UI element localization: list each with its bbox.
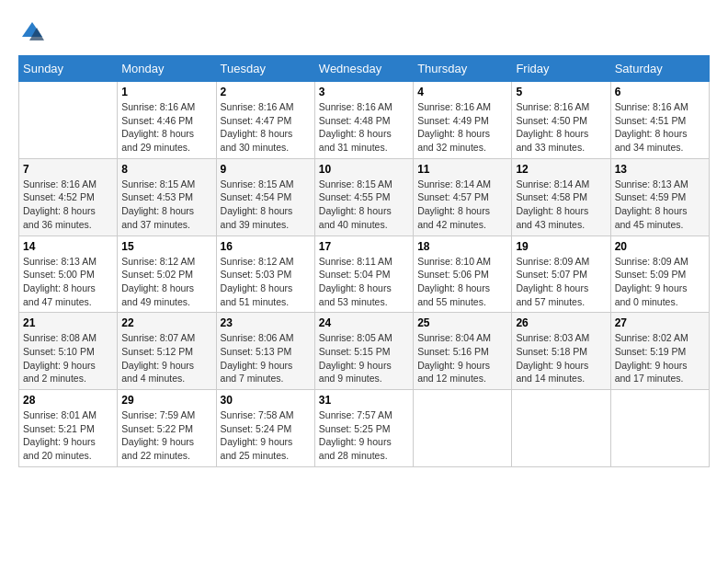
calendar-cell xyxy=(610,390,709,467)
calendar-cell: 31 Sunrise: 7:57 AMSunset: 5:25 PMDaylig… xyxy=(314,390,413,467)
calendar-cell: 9 Sunrise: 8:15 AMSunset: 4:54 PMDayligh… xyxy=(216,158,314,236)
calendar-cell: 27 Sunrise: 8:02 AMSunset: 5:19 PMDaylig… xyxy=(610,313,709,390)
calendar-header-friday: Friday xyxy=(512,56,610,82)
calendar-cell: 14 Sunrise: 8:13 AMSunset: 5:00 PMDaylig… xyxy=(19,236,118,313)
day-number: 20 xyxy=(615,240,705,253)
day-info: Sunrise: 8:03 AMSunset: 5:18 PMDaylight:… xyxy=(516,331,606,385)
day-info: Sunrise: 8:16 AMSunset: 4:47 PMDaylight:… xyxy=(221,100,311,155)
day-number: 27 xyxy=(615,316,705,329)
day-number: 14 xyxy=(23,240,113,253)
calendar-cell: 4 Sunrise: 8:16 AMSunset: 4:49 PMDayligh… xyxy=(414,82,512,159)
day-info: Sunrise: 8:05 AMSunset: 5:15 PMDaylight:… xyxy=(319,331,409,385)
day-number: 15 xyxy=(121,240,211,253)
day-info: Sunrise: 8:14 AMSunset: 4:57 PMDaylight:… xyxy=(417,178,507,232)
day-number: 8 xyxy=(121,163,211,176)
calendar-header-thursday: Thursday xyxy=(414,56,512,82)
calendar-cell: 5 Sunrise: 8:16 AMSunset: 4:50 PMDayligh… xyxy=(512,82,610,159)
day-number: 31 xyxy=(319,394,409,407)
day-info: Sunrise: 8:09 AMSunset: 5:07 PMDaylight:… xyxy=(516,255,606,309)
day-number: 6 xyxy=(615,86,705,98)
day-number: 7 xyxy=(23,163,113,176)
calendar-cell: 21 Sunrise: 8:08 AMSunset: 5:10 PMDaylig… xyxy=(19,313,118,390)
day-info: Sunrise: 7:58 AMSunset: 5:24 PMDaylight:… xyxy=(221,408,311,463)
day-number: 2 xyxy=(221,86,311,98)
day-number: 3 xyxy=(319,86,409,98)
day-number: 17 xyxy=(319,240,409,253)
calendar-week-3: 14 Sunrise: 8:13 AMSunset: 5:00 PMDaylig… xyxy=(19,236,710,313)
day-number: 28 xyxy=(23,394,113,407)
calendar-cell xyxy=(414,390,512,467)
calendar-cell: 11 Sunrise: 8:14 AMSunset: 4:57 PMDaylig… xyxy=(414,158,512,236)
calendar-header-saturday: Saturday xyxy=(610,56,709,82)
day-info: Sunrise: 8:08 AMSunset: 5:10 PMDaylight:… xyxy=(23,331,113,385)
day-number: 16 xyxy=(221,240,311,253)
calendar-header-sunday: Sunday xyxy=(19,56,118,82)
calendar-cell: 6 Sunrise: 8:16 AMSunset: 4:51 PMDayligh… xyxy=(610,82,709,159)
day-info: Sunrise: 8:12 AMSunset: 5:02 PMDaylight:… xyxy=(121,255,211,309)
day-info: Sunrise: 8:07 AMSunset: 5:12 PMDaylight:… xyxy=(121,331,211,385)
calendar-cell: 13 Sunrise: 8:13 AMSunset: 4:59 PMDaylig… xyxy=(610,158,709,236)
calendar-cell: 22 Sunrise: 8:07 AMSunset: 5:12 PMDaylig… xyxy=(118,313,216,390)
calendar-body: 1 Sunrise: 8:16 AMSunset: 4:46 PMDayligh… xyxy=(19,82,710,467)
calendar-week-4: 21 Sunrise: 8:08 AMSunset: 5:10 PMDaylig… xyxy=(19,313,710,390)
calendar-header-wednesday: Wednesday xyxy=(314,56,413,82)
calendar-cell xyxy=(512,390,610,467)
logo-icon xyxy=(18,18,46,46)
calendar-cell: 1 Sunrise: 8:16 AMSunset: 4:46 PMDayligh… xyxy=(118,82,216,159)
day-info: Sunrise: 8:13 AMSunset: 4:59 PMDaylight:… xyxy=(615,178,705,232)
day-number: 1 xyxy=(121,86,211,98)
day-number: 5 xyxy=(516,86,606,98)
day-info: Sunrise: 8:16 AMSunset: 4:46 PMDaylight:… xyxy=(121,100,211,155)
calendar-cell: 20 Sunrise: 8:09 AMSunset: 5:09 PMDaylig… xyxy=(610,236,709,313)
day-info: Sunrise: 7:57 AMSunset: 5:25 PMDaylight:… xyxy=(319,408,409,463)
day-info: Sunrise: 8:15 AMSunset: 4:55 PMDaylight:… xyxy=(319,178,409,232)
calendar-cell: 23 Sunrise: 8:06 AMSunset: 5:13 PMDaylig… xyxy=(216,313,314,390)
calendar-cell: 29 Sunrise: 7:59 AMSunset: 5:22 PMDaylig… xyxy=(118,390,216,467)
calendar-cell: 30 Sunrise: 7:58 AMSunset: 5:24 PMDaylig… xyxy=(216,390,314,467)
calendar-cell: 17 Sunrise: 8:11 AMSunset: 5:04 PMDaylig… xyxy=(314,236,413,313)
day-number: 26 xyxy=(516,316,606,329)
day-number: 4 xyxy=(417,86,507,98)
calendar-week-5: 28 Sunrise: 8:01 AMSunset: 5:21 PMDaylig… xyxy=(19,390,710,467)
day-number: 29 xyxy=(121,394,211,407)
day-number: 12 xyxy=(516,163,606,176)
day-info: Sunrise: 8:13 AMSunset: 5:00 PMDaylight:… xyxy=(23,255,113,309)
calendar-cell: 15 Sunrise: 8:12 AMSunset: 5:02 PMDaylig… xyxy=(118,236,216,313)
logo xyxy=(18,18,48,46)
calendar-cell: 2 Sunrise: 8:16 AMSunset: 4:47 PMDayligh… xyxy=(216,82,314,159)
day-info: Sunrise: 8:16 AMSunset: 4:52 PMDaylight:… xyxy=(23,178,113,232)
calendar-cell: 3 Sunrise: 8:16 AMSunset: 4:48 PMDayligh… xyxy=(314,82,413,159)
day-info: Sunrise: 8:16 AMSunset: 4:50 PMDaylight:… xyxy=(516,100,606,155)
header xyxy=(18,18,710,46)
calendar-cell xyxy=(19,82,118,159)
calendar-week-2: 7 Sunrise: 8:16 AMSunset: 4:52 PMDayligh… xyxy=(19,158,710,236)
calendar-header-tuesday: Tuesday xyxy=(216,56,314,82)
calendar-cell: 26 Sunrise: 8:03 AMSunset: 5:18 PMDaylig… xyxy=(512,313,610,390)
calendar-cell: 7 Sunrise: 8:16 AMSunset: 4:52 PMDayligh… xyxy=(19,158,118,236)
day-number: 19 xyxy=(516,240,606,253)
day-number: 23 xyxy=(221,316,311,329)
calendar-cell: 18 Sunrise: 8:10 AMSunset: 5:06 PMDaylig… xyxy=(414,236,512,313)
day-info: Sunrise: 8:10 AMSunset: 5:06 PMDaylight:… xyxy=(417,255,507,309)
day-info: Sunrise: 8:16 AMSunset: 4:49 PMDaylight:… xyxy=(417,100,507,155)
calendar-cell: 19 Sunrise: 8:09 AMSunset: 5:07 PMDaylig… xyxy=(512,236,610,313)
day-info: Sunrise: 8:01 AMSunset: 5:21 PMDaylight:… xyxy=(23,408,113,463)
day-number: 10 xyxy=(319,163,409,176)
day-info: Sunrise: 8:12 AMSunset: 5:03 PMDaylight:… xyxy=(221,255,311,309)
day-number: 21 xyxy=(23,316,113,329)
day-number: 24 xyxy=(319,316,409,329)
day-info: Sunrise: 7:59 AMSunset: 5:22 PMDaylight:… xyxy=(121,408,211,463)
calendar-header-row: SundayMondayTuesdayWednesdayThursdayFrid… xyxy=(19,56,710,82)
calendar-cell: 25 Sunrise: 8:04 AMSunset: 5:16 PMDaylig… xyxy=(414,313,512,390)
day-info: Sunrise: 8:15 AMSunset: 4:53 PMDaylight:… xyxy=(121,178,211,232)
day-info: Sunrise: 8:14 AMSunset: 4:58 PMDaylight:… xyxy=(516,178,606,232)
day-number: 18 xyxy=(417,240,507,253)
day-info: Sunrise: 8:09 AMSunset: 5:09 PMDaylight:… xyxy=(615,255,705,309)
day-info: Sunrise: 8:16 AMSunset: 4:51 PMDaylight:… xyxy=(615,100,705,155)
calendar-week-1: 1 Sunrise: 8:16 AMSunset: 4:46 PMDayligh… xyxy=(19,82,710,159)
calendar-cell: 16 Sunrise: 8:12 AMSunset: 5:03 PMDaylig… xyxy=(216,236,314,313)
day-number: 22 xyxy=(121,316,211,329)
day-number: 25 xyxy=(417,316,507,329)
day-number: 11 xyxy=(417,163,507,176)
calendar-cell: 28 Sunrise: 8:01 AMSunset: 5:21 PMDaylig… xyxy=(19,390,118,467)
